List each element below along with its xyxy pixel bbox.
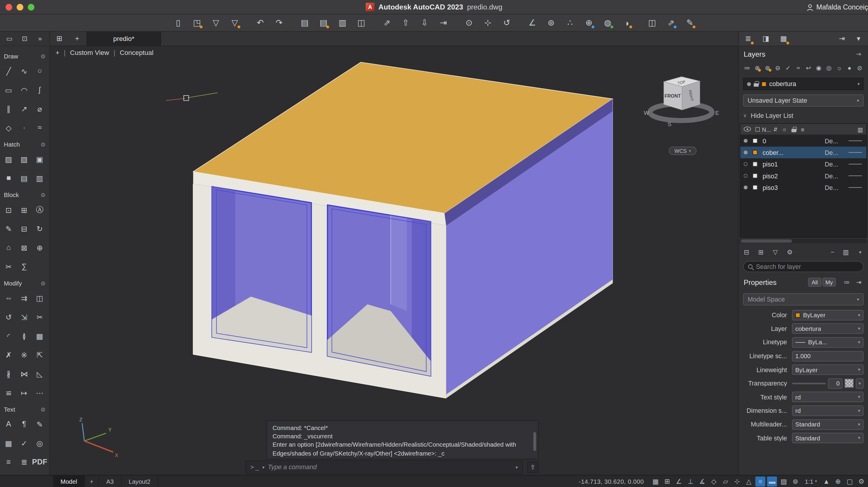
layout-tab-layout2[interactable]: Layout2 [122, 475, 158, 487]
layer-dropdown[interactable]: cobertura ▾ [792, 323, 864, 334]
render-icon[interactable]: ◑ [620, 17, 632, 29]
sort-icon[interactable]: ⇵ [773, 126, 778, 132]
columns-icon[interactable]: ▥ [858, 126, 863, 132]
multileader-style-dropdown[interactable]: Standard ▾ [792, 419, 864, 430]
insert-block-icon[interactable]: ⊡ [2, 203, 16, 217]
layer-linetype-sample[interactable] [849, 152, 862, 153]
tool-sets-palette-icon[interactable]: ▦ [778, 32, 790, 45]
model-tab[interactable]: Model [53, 475, 85, 487]
new-property-filter-icon[interactable]: ▽ [771, 248, 780, 257]
color-dropdown[interactable]: ByLayer ▾ [792, 310, 864, 320]
justify-text-icon[interactable]: ≡ [2, 455, 16, 469]
freeze-column-icon[interactable]: ☼ [782, 126, 787, 132]
single-line-text-icon[interactable]: A [2, 417, 16, 431]
dock-panel-icon[interactable]: ⇥ [836, 32, 848, 45]
new-layout-button[interactable]: + [85, 475, 99, 487]
page-setup-icon[interactable]: ▥ [336, 17, 348, 29]
join-icon[interactable]: ⋈ [17, 367, 31, 380]
building-model[interactable] [193, 62, 613, 398]
viewcube[interactable]: W S E TOP FRONT RIGHT [644, 77, 719, 127]
hide-layer-list-toggle[interactable]: ∨ Hide Layer List [743, 110, 864, 121]
pdf-import-icon[interactable]: PDF [33, 455, 46, 469]
find-replace-icon[interactable]: ◎ [33, 436, 46, 450]
layout-tab-a3[interactable]: A3 [99, 475, 122, 487]
boundary-icon[interactable]: ▣ [33, 152, 46, 166]
transparency-value[interactable]: 0 [828, 378, 842, 389]
line-icon[interactable]: ╱ [2, 64, 16, 78]
dynamic-input-icon[interactable]: ≡ [755, 476, 765, 486]
layer-on-dot[interactable] [744, 185, 748, 189]
section-gear-icon[interactable]: ⚙ [41, 406, 46, 412]
minimize-window-button[interactable] [17, 4, 23, 10]
layer-search[interactable] [743, 261, 864, 272]
layer-color-swatch[interactable] [753, 150, 758, 155]
selection-crossing-icon[interactable]: ⊡ [21, 34, 29, 43]
layer-settings-icon[interactable]: ⚙ [785, 248, 794, 257]
open-drawing-icon[interactable]: ◳ [191, 17, 203, 29]
infer-constraints-icon[interactable]: ∠ [674, 476, 684, 486]
write-block-icon[interactable]: ⊟ [17, 222, 31, 236]
solid-fill-icon[interactable]: ■ [2, 171, 16, 185]
copy-icon[interactable]: ⇉ [17, 291, 31, 305]
save-as-icon[interactable]: ▽ [229, 17, 241, 29]
lengthen-icon[interactable]: ↦ [17, 385, 31, 399]
lock-column-icon[interactable] [792, 128, 797, 132]
properties-palette-icon[interactable]: ◨ [760, 32, 772, 45]
layer-linetype-sample[interactable] [849, 187, 862, 188]
rectangle-icon[interactable]: ▭ [2, 83, 16, 97]
hatch-icon[interactable]: ▨ [2, 152, 16, 166]
array-icon[interactable]: ▦ [33, 329, 46, 343]
ortho-mode-icon[interactable]: ⊥ [686, 476, 696, 486]
layer-list-header[interactable]: N... ⇵ ☼ ≡ ▥ [741, 124, 867, 135]
etransmit-icon[interactable]: ⇥ [437, 17, 450, 29]
drawing-tab-predio[interactable]: predio* [87, 31, 161, 46]
count-icon[interactable]: ∑ [17, 259, 31, 273]
layer-states-icon[interactable]: ⊟ [742, 248, 751, 257]
polygon-icon[interactable]: ◇ [2, 120, 16, 135]
layer-linetype-sample[interactable] [849, 175, 862, 176]
columns-icon[interactable]: ▥ [841, 248, 850, 257]
save-icon[interactable]: ▽ [210, 17, 222, 29]
batch-plot-icon[interactable]: ▤ [317, 17, 330, 29]
align-icon[interactable]: ≌ [2, 385, 16, 399]
layer-on-dot[interactable] [744, 150, 748, 154]
layer-row-selected[interactable]: cober... De... [741, 147, 867, 158]
delete-layer-icon[interactable]: ⊖ [773, 63, 782, 72]
multiline-text-icon[interactable]: ¶ [17, 417, 31, 431]
selection-cycling-icon[interactable]: ⊚ [790, 476, 800, 486]
layer-row[interactable]: 0 De... [741, 135, 867, 147]
layer-lineweight[interactable]: De... [825, 161, 844, 167]
pattern-icon[interactable]: ▤ [17, 171, 31, 185]
section-gear-icon[interactable]: ⚙ [41, 192, 46, 198]
erase-icon[interactable]: ✗ [2, 348, 16, 362]
wcs-dropdown[interactable]: WCS ▾ [669, 147, 696, 155]
layer-lineweight[interactable]: De... [825, 172, 844, 179]
layer-properties-icon[interactable]: ≔ [743, 63, 751, 72]
export-icon[interactable]: ⇧ [399, 17, 412, 29]
ray-icon[interactable]: ↗ [17, 102, 31, 115]
section-gear-icon[interactable]: ⚙ [41, 53, 46, 59]
chevron-down-icon[interactable]: ▾ [856, 248, 865, 257]
redo-icon[interactable]: ↷ [273, 17, 285, 29]
linetype-dropdown[interactable]: ByLa... ▾ [792, 337, 864, 348]
properties-dock-icon[interactable]: ⇥ [855, 278, 863, 286]
isolate-layer-icon[interactable]: ◉ [814, 63, 823, 72]
compass-south-label[interactable]: S [668, 121, 671, 127]
command-input[interactable] [268, 464, 512, 470]
clean-screen-icon[interactable]: ▢ [844, 476, 855, 486]
create-block-icon[interactable]: ⊞ [17, 203, 31, 217]
freeze-layer-icon[interactable]: ☼ [835, 63, 844, 72]
table-style-dropdown[interactable]: Standard ▾ [792, 433, 864, 443]
interior-column[interactable] [391, 216, 407, 311]
lineweight-display-icon[interactable]: ▬ [767, 476, 777, 486]
set-current-layer-icon[interactable]: ✓ [783, 63, 793, 72]
zoom-window-button[interactable] [28, 4, 34, 10]
model-viewport[interactable]: W S E TOP FRONT RIGHT Z Y X [50, 46, 738, 475]
zoom-icon[interactable]: ⊙ [463, 17, 475, 29]
snap-mode-icon[interactable]: ⊞ [662, 476, 672, 486]
command-history[interactable]: Command: *Cancel* Command: _vscurrent En… [266, 421, 538, 459]
user-account[interactable]: Mafalda Conceiç [806, 0, 868, 15]
layer-lineweight[interactable]: De... [825, 149, 844, 155]
selection-window-icon[interactable]: ▭ [5, 34, 13, 43]
stretch-icon[interactable]: ⇱ [33, 348, 46, 362]
